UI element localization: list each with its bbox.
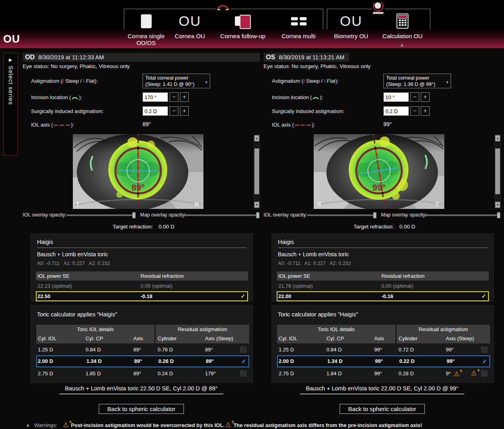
toric-row-selected[interactable]: 2.00 D1.34 D99°0.22 D99° ✓ [277, 355, 490, 367]
os-exam-header: OS 8/30/2019 at 11:13:21 AM [264, 53, 349, 62]
sia-input[interactable] [383, 106, 409, 116]
multi-view-icon [291, 17, 307, 25]
eye-status: Eye status: No surgery, Phakic, Vitreous… [264, 63, 371, 69]
axis-dash-icon [66, 125, 70, 126]
incision-location-input[interactable] [143, 92, 168, 102]
haigis-selected-row[interactable]: 22.00-0.16 ✓ [277, 291, 489, 301]
dropdown-line2: (Steep: 1.41 D @ 90°) [145, 81, 203, 88]
od-exam-header: OD 8/30/2019 at 11:12:33 AM [23, 53, 260, 62]
row-checkbox[interactable] [481, 347, 487, 353]
scroll-thumb[interactable] [254, 148, 259, 194]
selected-check-icon: ✓ [482, 356, 487, 367]
toric-row-selected[interactable]: 2.00 D1.34 D89°0.26 D89° ✓ [36, 355, 249, 367]
chevron-down-icon: ▼ [445, 79, 449, 86]
map-opacity-slider[interactable] [424, 214, 499, 216]
scroll-thumb[interactable] [495, 148, 500, 194]
back-to-spheric-button[interactable]: Back to spheric calculator [99, 404, 184, 414]
incision-arc-icon [71, 96, 78, 100]
target-refraction: Target refraction:0.00 D [354, 224, 415, 230]
slider-handle[interactable] [373, 212, 377, 218]
tab-cornea-follow-up[interactable]: Cornea follow-up [217, 11, 269, 39]
incision-location-input[interactable] [383, 92, 409, 102]
haigis-optimal-row[interactable]: 21.76 (optimal)0.00 (optimal) [277, 281, 489, 291]
tab-label: Cornea follow-up [217, 33, 269, 39]
row-checkbox[interactable] [240, 347, 246, 353]
iol-axis-label: IOL axis (): [31, 122, 74, 128]
map-opacity-slider[interactable] [183, 214, 258, 216]
toric-row[interactable]: 1.25 D0.84 D99°0.72 D99° [277, 344, 490, 355]
tab-cornea-multi[interactable]: Cornea multi [272, 11, 325, 39]
toric-row[interactable]: 1.25 D0.84 D89°0.76 D89° [36, 344, 249, 355]
sia-plus-button[interactable]: + [421, 106, 430, 116]
divider [278, 248, 487, 248]
od-haigis-panel: Haigis Bausch + Lomb enVista toric A0: -… [31, 234, 253, 302]
sia-plus-button[interactable]: + [180, 106, 189, 116]
toric-row[interactable]: 2.75 D1.84 D99°0.28 D 9°⚠5 ⚠4 [277, 368, 490, 379]
toric-row[interactable]: 2.75 D1.85 D89°0.24 D179° [36, 368, 249, 379]
incision-minus-button[interactable]: − [410, 92, 419, 102]
warnings-expander-icon[interactable]: ▲ [25, 422, 30, 428]
col-header: Cyl. IOL [38, 334, 57, 343]
tab-label-line2: OD/OS [137, 39, 156, 46]
col-header: Axis (Steep) [205, 334, 233, 343]
select-series-panel[interactable]: ▶ Select series [3, 53, 18, 156]
incision-minus-button[interactable]: − [170, 92, 178, 102]
tab-label-line1: Cornea single [128, 33, 165, 39]
ou-letters-icon: OU [340, 13, 363, 29]
iol-model: Bausch + Lomb enVista toric [278, 251, 349, 257]
sia-minus-button[interactable]: − [410, 106, 419, 116]
scroll-down-icon[interactable]: ▼ [495, 202, 500, 208]
tab-label: Cornea OU [164, 33, 216, 39]
col-header: Axis [374, 334, 384, 343]
haigis-selected-row[interactable]: 22.50-0.18 ✓ [36, 291, 248, 301]
iol-opacity-slider[interactable] [66, 214, 135, 216]
iol-opacity-label: IOL overlay opacity: [264, 212, 307, 218]
warning-triangle-icon: ⚠5 [225, 422, 231, 428]
scroll-up-icon[interactable]: ▲ [495, 135, 500, 141]
astigmatism-source-dropdown[interactable]: Total corneal power (Steep: 1.36 D @ 99°… [383, 74, 451, 88]
exam-datetime: 8/30/2019 at 11:13:21 AM [279, 54, 344, 60]
warning-triangle-icon: ⚠4 [63, 422, 68, 428]
back-to-spheric-button[interactable]: Back to spheric calculator [340, 404, 425, 414]
os-map-scrollbar[interactable]: ▲ ▼ [494, 135, 501, 209]
slider-handle[interactable] [132, 212, 136, 218]
sia-input[interactable] [143, 106, 168, 116]
calculator-icon [397, 14, 408, 29]
warning-text-2: The residual astigmatism axis differs fr… [233, 422, 422, 428]
temporal-nasal-left: T [76, 201, 80, 207]
incision-plus-button[interactable]: + [180, 92, 189, 102]
select-series-label: Select series [7, 66, 14, 105]
tab-calculation-ou[interactable]: Calculation OU [376, 11, 429, 39]
axis-dash-icon [307, 125, 311, 126]
slider-handle[interactable] [497, 212, 500, 218]
toric-table: Toric IOL details Residual astigmatism C… [277, 325, 490, 380]
toric-group-header-2: Residual astigmatism [397, 325, 490, 334]
application-window: OU [0, 0, 504, 429]
od-map-scrollbar[interactable]: ▲ ▼ [254, 135, 260, 209]
dropdown-line2: (Steep: 1.36 D @ 99°) [386, 81, 444, 88]
sia-label: Surgically induced astigmatism: [272, 108, 344, 114]
tab-biometry-ou[interactable]: OU Biometry OU [325, 11, 377, 39]
scroll-up-icon[interactable]: ▲ [254, 135, 259, 141]
col-header: Cylinder [399, 334, 418, 343]
map-axis-label: 99° [372, 183, 385, 193]
slider-handle[interactable] [256, 212, 260, 218]
sia-minus-button[interactable]: − [170, 106, 178, 116]
incision-plus-button[interactable]: + [421, 92, 430, 102]
os-haigis-panel: Haigis Bausch + Lomb enVista toric A0: -… [272, 234, 494, 302]
iol-opacity-slider[interactable] [307, 214, 376, 216]
iol-opacity-label: IOL overlay opacity: [23, 212, 66, 218]
temporal-nasal-right: T [436, 201, 439, 207]
haigis-optimal-row[interactable]: 22.23 (optimal)0.00 (optimal) [36, 281, 248, 291]
follow-up-images-icon [234, 14, 252, 28]
haigis-table-header: IOL power SEResidual refraction [277, 271, 489, 281]
row-checkbox[interactable] [481, 370, 487, 376]
iol-model: Bausch + Lomb enVista toric [37, 251, 108, 257]
row-checkbox[interactable] [240, 370, 246, 376]
astigmatism-source-dropdown[interactable]: Total corneal power (Steep: 1.41 D @ 90°… [143, 74, 210, 88]
scroll-down-icon[interactable]: ▼ [254, 202, 259, 208]
os-toric-panel: Toric calculator applies "Haigis" Toric … [272, 305, 494, 383]
window-eye-label: OU [3, 33, 20, 45]
tab-cornea-ou[interactable]: OU Cornea OU [164, 11, 216, 39]
selected-check-icon: ✓ [240, 292, 245, 300]
